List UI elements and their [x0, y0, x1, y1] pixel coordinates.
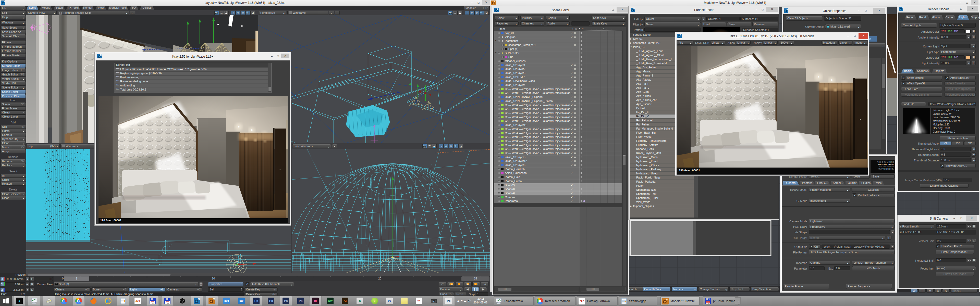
svg-text:M: M [667, 299, 668, 301]
svg-text:64: 64 [708, 303, 710, 304]
svg-text:64: 64 [167, 303, 169, 304]
svg-text:M: M [213, 299, 215, 300]
svg-text:L: L [198, 299, 199, 300]
svg-text:e: e [106, 298, 108, 304]
svg-text:64: 64 [152, 303, 154, 304]
